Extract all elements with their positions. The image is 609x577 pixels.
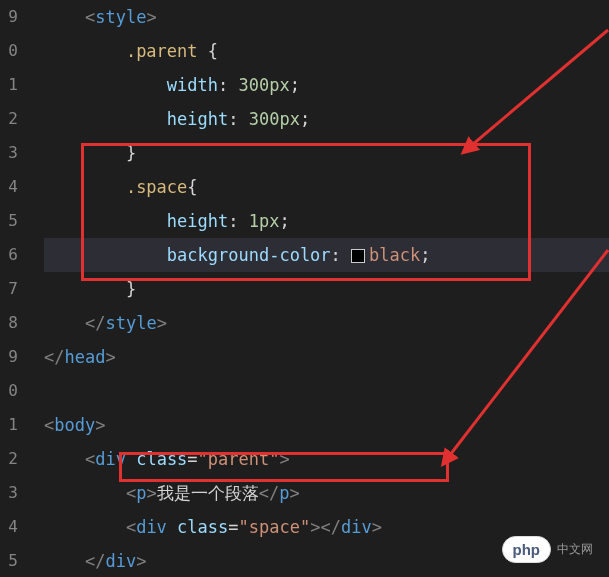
line-number: 3 [0,136,18,170]
line-number: 5 [0,204,18,238]
code-line: height: 300px; [44,102,609,136]
watermark-logo: php [502,536,552,563]
line-number: 3 [0,476,18,510]
code-line: height: 1px; [44,204,609,238]
line-number: 1 [0,68,18,102]
line-number: 9 [0,340,18,374]
code-line: } [44,136,609,170]
line-number-gutter: 9 0 1 2 3 4 5 6 7 8 9 0 1 2 3 4 5 7 [0,0,26,577]
code-line: <body> [44,408,609,442]
line-number: 9 [0,0,18,34]
code-line: <p>我是一个段落</p> [44,476,609,510]
line-number: 4 [0,510,18,544]
line-number: 6 [0,238,18,272]
line-number: 0 [0,374,18,408]
line-number: 2 [0,442,18,476]
watermark: php 中文网 [502,536,594,563]
code-line: .space{ [44,170,609,204]
code-editor: 9 0 1 2 3 4 5 6 7 8 9 0 1 2 3 4 5 7 <sty… [0,0,609,577]
watermark-text: 中文网 [557,541,593,558]
color-swatch-icon [351,249,365,263]
code-line [44,374,609,408]
code-line: </style> [44,306,609,340]
line-number: 2 [0,102,18,136]
code-line: width: 300px; [44,68,609,102]
code-line: </head> [44,340,609,374]
code-area[interactable]: <style> .parent { width: 300px; height: … [26,0,609,577]
line-number: 7 [0,272,18,306]
code-line: background-color: black; [44,238,609,272]
code-line: } [44,272,609,306]
line-number: 1 [0,408,18,442]
line-number: 5 [0,544,18,577]
line-number: 0 [0,34,18,68]
line-number: 4 [0,170,18,204]
code-line: .parent { [44,34,609,68]
code-line: <style> [44,0,609,34]
code-line: <div class="parent"> [44,442,609,476]
line-number: 8 [0,306,18,340]
